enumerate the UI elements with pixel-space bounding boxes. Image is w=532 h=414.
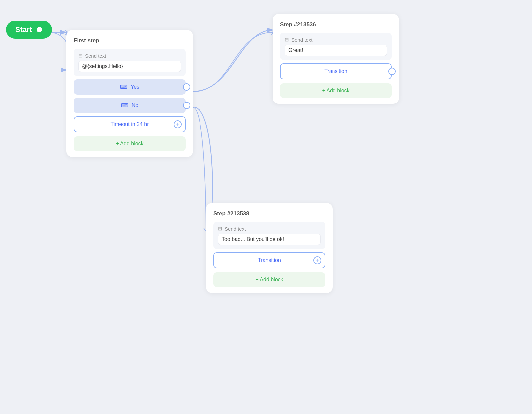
start-label: Start [15,25,32,34]
first-step-send-text-block: ⊟ Send text @{settings.Hello} [74,49,186,76]
first-step-title: First step [74,37,186,44]
yes-button[interactable]: ⌨ Yes [74,79,186,95]
first-step-add-block-button[interactable]: + Add block [74,136,186,151]
start-connector-dot [36,26,43,33]
no-connector-dot [183,102,190,109]
message-icon-4: ⊟ [218,226,222,232]
step-213538-send-text-value: Too bad... But you'll be ok! [218,234,321,245]
step-213536-card: Step #213536 ⊟ Send text Great! Transiti… [273,14,399,104]
step-213538-transition-plus-icon: + [313,256,321,264]
step-213538-send-text-block: ⊟ Send text Too bad... But you'll be ok! [213,222,325,249]
message-icon-3: ⊟ [285,37,289,43]
step-213536-transition-button[interactable]: Transition [280,63,392,79]
timeout-button[interactable]: Timeout in 24 hr + [74,116,186,132]
step-213538-send-text-label: ⊟ Send text [218,226,321,232]
step-213536-send-text-label: ⊟ Send text [285,37,387,43]
step-213536-send-text-value: Great! [285,45,387,56]
keyboard-icon: ⌨ [120,84,127,90]
step-213536-title: Step #213536 [280,21,392,28]
step-213536-add-block-button[interactable]: + Add block [280,83,392,98]
step-213536-transition-connector [388,68,396,75]
message-icon: ⊟ [78,53,83,59]
first-step-card: First step ⊟ Send text @{settings.Hello}… [66,30,193,157]
yes-connector-dot [183,83,190,91]
no-button[interactable]: ⌨ No [74,98,186,113]
step-213536-send-text-block: ⊟ Send text Great! [280,33,392,60]
keyboard-icon-2: ⌨ [121,103,128,108]
first-step-send-text-value: @{settings.Hello} [78,61,181,72]
step-213538-add-block-button[interactable]: + Add block [213,272,325,287]
step-213538-transition-button[interactable]: Transition + [213,252,325,268]
first-step-send-text-label: ⊟ Send text [78,53,181,59]
start-node: Start [6,21,52,39]
step-213538-card: Step #213538 ⊟ Send text Too bad... But … [206,203,332,293]
step-213538-title: Step #213538 [213,210,325,217]
timeout-plus-icon: + [174,120,182,128]
